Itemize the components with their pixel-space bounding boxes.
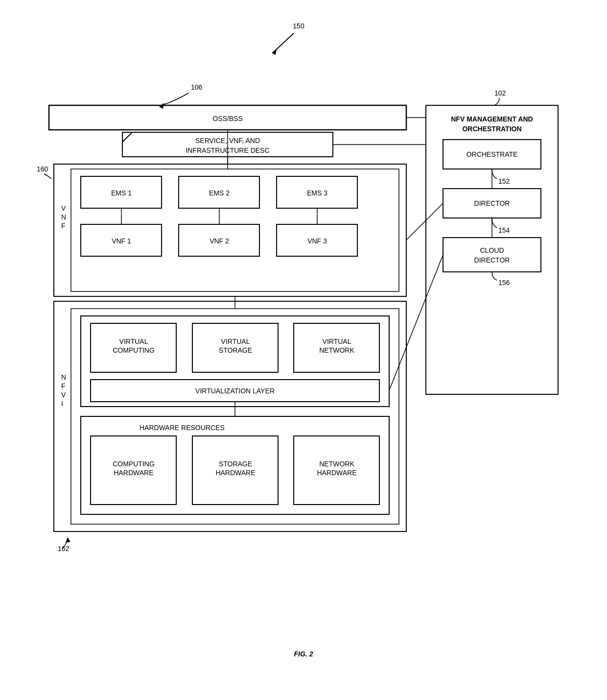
virtual-network-label2: NETWORK <box>319 346 354 354</box>
virtualization-layer-label: VIRTUALIZATION LAYER <box>195 387 275 395</box>
vnf-n: N <box>61 213 66 221</box>
vnf1-label: VNF 1 <box>112 237 131 245</box>
outer-vnf-box <box>54 164 406 296</box>
diagram-container: 150 102 NFV MANAGEMENT AND ORCHESTRATION… <box>0 0 607 700</box>
ref-162: 162 <box>58 545 70 553</box>
director-label: DIRECTOR <box>474 199 510 207</box>
inner-vnf-area <box>71 169 399 291</box>
vnf-v: V <box>61 204 66 212</box>
svg-line-0 <box>274 33 294 51</box>
storage-hardware-label1: STORAGE <box>219 460 252 468</box>
hardware-resources-label: HARDWARE RESOURCES <box>140 424 225 432</box>
ems1-label: EMS 1 <box>111 189 132 197</box>
svg-line-10 <box>406 203 443 240</box>
cloud-director-label2: DIRECTOR <box>474 256 510 264</box>
orchestration-label: ORCHESTRATION <box>462 125 521 133</box>
ref-156: 156 <box>498 279 510 287</box>
nfvi-n: N <box>61 373 66 381</box>
svg-marker-11 <box>66 537 70 543</box>
ref-102: 102 <box>494 89 506 97</box>
vnf-f: F <box>61 222 66 230</box>
ref-152: 152 <box>498 177 510 185</box>
virtual-computing-label2: COMPUTING <box>113 346 155 354</box>
storage-hardware-label2: HARDWARE <box>215 469 255 477</box>
computing-hardware-label2: HARDWARE <box>114 469 153 477</box>
network-hardware-label2: HARDWARE <box>317 469 356 477</box>
ref-160: 160 <box>37 165 48 173</box>
vnf3-label: VNF 3 <box>307 237 327 245</box>
vnf2-label: VNF 2 <box>210 237 229 245</box>
virtual-storage-label2: STORAGE <box>219 346 252 354</box>
svg-line-12 <box>389 255 443 390</box>
network-hardware-label1: NETWORK <box>319 460 354 468</box>
orchestrate-label: ORCHESTRATE <box>467 150 518 158</box>
computing-hardware-label1: COMPUTING <box>113 460 155 468</box>
nfvi-i: I <box>61 400 63 408</box>
ems2-label: EMS 2 <box>209 189 230 197</box>
virtual-storage-label1: VIRTUAL <box>221 338 250 345</box>
ref-154: 154 <box>498 226 510 234</box>
ref-106: 106 <box>191 83 203 91</box>
figure-caption: FIG. 2 <box>294 650 313 658</box>
cloud-director-box <box>443 238 541 272</box>
nfvi-f: F <box>61 382 66 390</box>
ems3-label: EMS 3 <box>307 189 327 197</box>
virtual-computing-label1: VIRTUAL <box>119 338 148 345</box>
virtual-network-label1: VIRTUAL <box>323 338 351 345</box>
cloud-director-label1: CLOUD <box>480 246 504 254</box>
oss-bss-label: OSS/BSS <box>212 115 242 122</box>
nfv-management-label: NFV MANAGEMENT AND <box>451 115 533 123</box>
nfvi-v: V <box>61 391 66 399</box>
svg-marker-1 <box>272 49 277 55</box>
ref-150: 150 <box>293 22 304 30</box>
